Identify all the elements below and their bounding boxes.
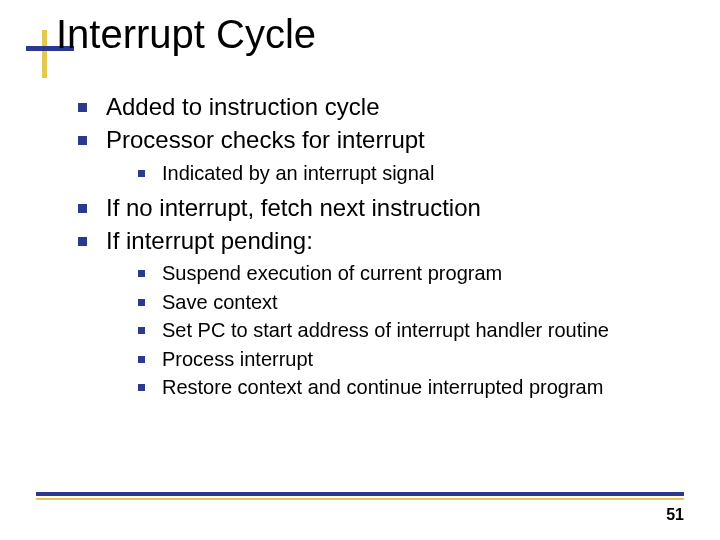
bullet-list: Added to instruction cycle Processor che… bbox=[72, 92, 690, 399]
page-number: 51 bbox=[666, 506, 684, 524]
sub-bullet-item: Restore context and continue interrupted… bbox=[132, 375, 690, 399]
sub-bullet-list: Suspend execution of current program Sav… bbox=[106, 261, 690, 399]
sub-bullet-item: Indicated by an interrupt signal bbox=[132, 161, 690, 185]
bullet-text: If no interrupt, fetch next instruction bbox=[106, 194, 481, 221]
slide: Interrupt Cycle Added to instruction cyc… bbox=[0, 0, 720, 540]
sub-bullet-text: Save context bbox=[162, 291, 278, 313]
sub-bullet-item: Suspend execution of current program bbox=[132, 261, 690, 285]
sub-bullet-list: Indicated by an interrupt signal bbox=[106, 161, 690, 185]
footer-rule-thin bbox=[36, 498, 684, 500]
bullet-item: If no interrupt, fetch next instruction bbox=[72, 193, 690, 222]
sub-bullet-text: Suspend execution of current program bbox=[162, 262, 502, 284]
sub-bullet-item: Process interrupt bbox=[132, 347, 690, 371]
bullet-text: Processor checks for interrupt bbox=[106, 126, 425, 153]
bullet-text: If interrupt pending: bbox=[106, 227, 313, 254]
bullet-item: Added to instruction cycle bbox=[72, 92, 690, 121]
accent-vertical bbox=[42, 30, 47, 78]
slide-body: Added to instruction cycle Processor che… bbox=[72, 92, 690, 407]
sub-bullet-item: Save context bbox=[132, 290, 690, 314]
bullet-item: If interrupt pending: Suspend execution … bbox=[72, 226, 690, 399]
sub-bullet-text: Set PC to start address of interrupt han… bbox=[162, 319, 609, 341]
sub-bullet-text: Process interrupt bbox=[162, 348, 313, 370]
sub-bullet-item: Set PC to start address of interrupt han… bbox=[132, 318, 690, 342]
slide-title: Interrupt Cycle bbox=[56, 12, 316, 57]
footer-rule-thick bbox=[36, 492, 684, 496]
bullet-item: Processor checks for interrupt Indicated… bbox=[72, 125, 690, 185]
bullet-text: Added to instruction cycle bbox=[106, 93, 379, 120]
sub-bullet-text: Indicated by an interrupt signal bbox=[162, 162, 434, 184]
sub-bullet-text: Restore context and continue interrupted… bbox=[162, 376, 603, 398]
